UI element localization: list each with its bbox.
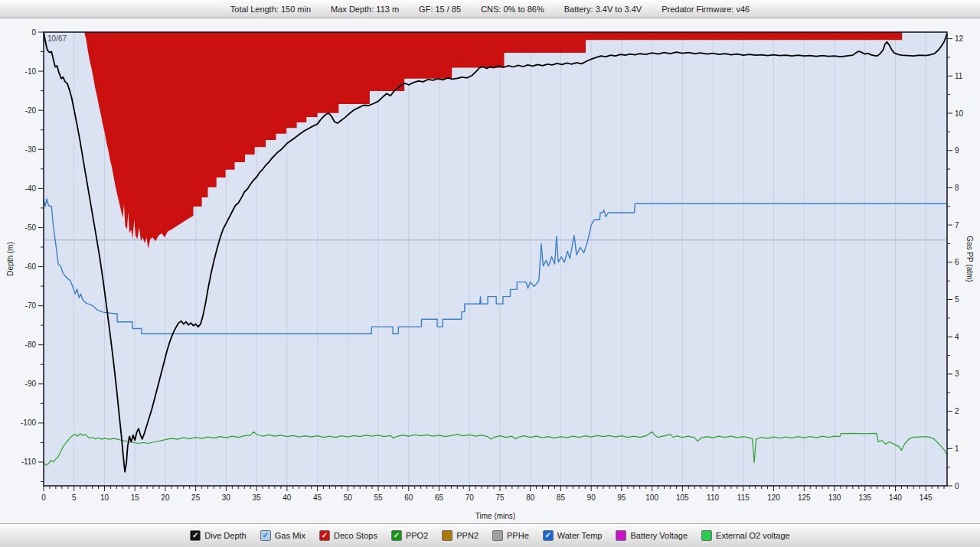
svg-text:125: 125 xyxy=(798,493,811,502)
svg-text:0: 0 xyxy=(955,482,959,490)
svg-text:80: 80 xyxy=(526,493,535,502)
legend-item-water-temp[interactable]: ✓Water Temp xyxy=(543,530,603,541)
svg-text:65: 65 xyxy=(435,493,444,502)
svg-text:5: 5 xyxy=(955,295,959,304)
svg-text:6: 6 xyxy=(955,258,959,266)
right-axis-title: Gas PP (atm) xyxy=(965,236,974,282)
svg-text:4: 4 xyxy=(955,333,959,341)
legend-item-dive-depth[interactable]: ✓Dive Depth xyxy=(190,530,246,541)
svg-text:3: 3 xyxy=(955,370,959,378)
svg-text:11: 11 xyxy=(955,72,963,80)
legend-label: Water Temp xyxy=(557,531,603,540)
legend-item-gas-mix[interactable]: ✓Gas Mix xyxy=(260,530,305,541)
svg-text:-60: -60 xyxy=(25,262,37,271)
checkbox-water-temp[interactable]: ✓ xyxy=(543,530,554,541)
svg-text:25: 25 xyxy=(191,493,201,502)
svg-text:10: 10 xyxy=(100,493,109,502)
checkmark-icon: ✓ xyxy=(394,531,400,540)
svg-text:110: 110 xyxy=(707,493,719,502)
svg-text:75: 75 xyxy=(495,493,505,502)
dive-profile-chart: 10/670-10-20-30-40-50-60-70-80-90-100-11… xyxy=(0,18,980,523)
svg-text:-50: -50 xyxy=(25,223,37,232)
checkbox-dive-depth[interactable]: ✓ xyxy=(190,530,201,541)
svg-text:100: 100 xyxy=(645,493,658,502)
svg-text:-20: -20 xyxy=(25,106,37,115)
checkmark-icon: ✓ xyxy=(545,531,551,540)
legend-item-ppn2[interactable]: PPN2 xyxy=(442,530,479,541)
svg-text:140: 140 xyxy=(889,493,902,502)
svg-text:-70: -70 xyxy=(25,301,37,310)
checkbox-external-o2[interactable] xyxy=(701,530,712,541)
svg-text:0: 0 xyxy=(31,28,36,37)
svg-text:7: 7 xyxy=(955,221,959,230)
svg-text:-100: -100 xyxy=(21,418,36,427)
legend-label: PPHe xyxy=(507,531,529,540)
svg-text:45: 45 xyxy=(313,493,322,502)
legend-item-external-o2[interactable]: External O2 voltage xyxy=(701,530,790,541)
svg-text:130: 130 xyxy=(828,493,841,502)
svg-text:-80: -80 xyxy=(25,340,37,349)
svg-text:-30: -30 xyxy=(25,145,37,154)
svg-text:50: 50 xyxy=(344,493,353,502)
checkbox-gas-mix[interactable]: ✓ xyxy=(260,530,271,541)
legend-label: Deco Stops xyxy=(334,531,377,540)
svg-text:105: 105 xyxy=(676,493,689,502)
svg-text:-40: -40 xyxy=(25,184,37,193)
stat-total-length: Total Length: 150 min xyxy=(230,5,311,14)
svg-text:15: 15 xyxy=(131,493,140,502)
svg-text:9: 9 xyxy=(955,146,959,155)
legend-label: PPN2 xyxy=(456,531,479,540)
svg-text:40: 40 xyxy=(283,493,292,502)
left-axis-title: Depth (m) xyxy=(6,242,15,275)
legend-label: External O2 voltage xyxy=(716,531,790,540)
svg-text:-10: -10 xyxy=(25,67,37,76)
svg-text:30: 30 xyxy=(222,493,231,502)
svg-text:20: 20 xyxy=(161,493,170,502)
svg-text:95: 95 xyxy=(617,493,626,502)
svg-text:-110: -110 xyxy=(21,457,37,466)
gas-mix-annotation: 10/67 xyxy=(47,34,67,43)
svg-text:85: 85 xyxy=(557,493,566,502)
legend-label: PPO2 xyxy=(406,531,428,540)
svg-text:12: 12 xyxy=(955,34,964,43)
legend-item-pphe[interactable]: PPHe xyxy=(492,530,529,541)
stat-max-depth: Max Depth: 113 m xyxy=(331,5,399,14)
svg-text:135: 135 xyxy=(858,493,871,502)
checkmark-icon: ✓ xyxy=(322,531,328,540)
svg-text:2: 2 xyxy=(955,407,959,415)
checkmark-icon: ✓ xyxy=(192,531,198,540)
checkbox-battery-voltage[interactable] xyxy=(616,530,626,541)
legend-label: Dive Depth xyxy=(204,531,246,540)
svg-text:8: 8 xyxy=(955,184,959,192)
svg-text:145: 145 xyxy=(920,493,933,502)
checkbox-pphe[interactable] xyxy=(492,530,503,541)
legend-label: Battery Voltage xyxy=(630,531,688,540)
stat-gf: GF: 15 / 85 xyxy=(419,5,461,14)
svg-text:70: 70 xyxy=(466,493,475,502)
stat-cns: CNS: 0% to 86% xyxy=(481,5,544,14)
svg-text:0: 0 xyxy=(41,493,46,502)
stat-battery: Battery: 3.4V to 3.4V xyxy=(564,5,642,14)
svg-text:60: 60 xyxy=(404,493,413,502)
stat-firmware: Predator Firmware: v46 xyxy=(662,5,750,14)
legend-item-deco-stops[interactable]: ✓Deco Stops xyxy=(319,530,377,541)
legend-label: Gas Mix xyxy=(275,531,305,540)
svg-text:35: 35 xyxy=(253,493,262,502)
legend-item-ppo2[interactable]: ✓PPO2 xyxy=(391,530,428,541)
legend-item-battery-voltage[interactable]: Battery Voltage xyxy=(616,530,688,541)
checkbox-ppn2[interactable] xyxy=(442,530,452,541)
svg-text:-90: -90 xyxy=(25,379,37,388)
x-axis-title: Time (mins) xyxy=(475,512,515,520)
dive-stats-bar: Total Length: 150 min Max Depth: 113 m G… xyxy=(0,0,980,18)
dive-profile-chart-area: 10/670-10-20-30-40-50-60-70-80-90-100-11… xyxy=(0,18,980,523)
checkbox-ppo2[interactable]: ✓ xyxy=(391,530,402,541)
checkbox-deco-stops[interactable]: ✓ xyxy=(319,530,330,541)
svg-text:10: 10 xyxy=(955,109,964,118)
svg-text:90: 90 xyxy=(587,493,596,502)
svg-text:120: 120 xyxy=(767,493,780,502)
svg-text:115: 115 xyxy=(737,493,750,502)
checkmark-icon: ✓ xyxy=(263,531,269,540)
svg-text:5: 5 xyxy=(72,493,77,502)
svg-text:55: 55 xyxy=(374,493,383,502)
series-legend: ✓Dive Depth ✓Gas Mix ✓Deco Stops ✓PPO2 P… xyxy=(0,523,980,547)
